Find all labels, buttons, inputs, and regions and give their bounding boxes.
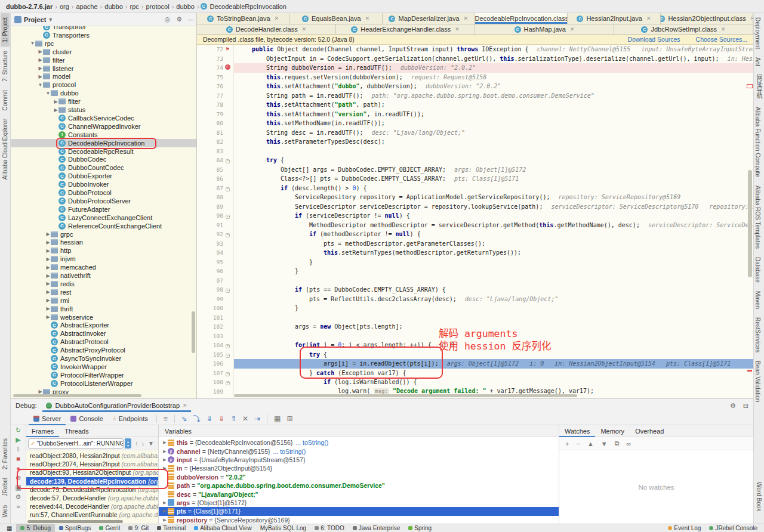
stack-frame[interactable]: readObject:2080, Hessian2Input(com.aliba…: [26, 451, 158, 460]
tree-item-decodeablerpcinvocation[interactable]: CDecodeableRpcInvocation: [11, 139, 196, 147]
editor-vscrollbar[interactable]: [748, 170, 752, 277]
line-number[interactable]: 85: [217, 165, 223, 175]
debug-tab-console[interactable]: Console: [66, 412, 107, 425]
tree-item-abstractproxyprotocol[interactable]: CAbstractProxyProtocol: [11, 346, 196, 354]
frame-up-icon[interactable]: ↑: [135, 440, 138, 447]
variable-row-path[interactable]: path="org.apache.dubbo.spring.boot.demo.…: [159, 481, 559, 490]
tree-item-protocolfilterwrapper[interactable]: CProtocolFilterWrapper: [11, 371, 196, 379]
chevron-collapsed-icon[interactable]: ▶: [53, 99, 58, 104]
tree-item-nativethrift[interactable]: ▶nativethrift: [11, 271, 196, 280]
step-into-icon[interactable]: ⇓: [207, 415, 212, 423]
tree-item-callbackservicecodec[interactable]: CCallbackServiceCodec: [11, 114, 196, 122]
line-number[interactable]: 94: [217, 248, 223, 258]
layout-icon[interactable]: ≡: [164, 415, 168, 423]
editor-tab-tostringbean-java[interactable]: CToStringBean.java✕: [197, 13, 289, 24]
expand-arrow-icon[interactable]: ▶: [162, 518, 167, 522]
editor-tab-hessian2objectinput-class[interactable]: CHessian2ObjectInput.class✕: [661, 13, 753, 24]
tool-window-button-1-project[interactable]: 1: Project: [1, 13, 10, 47]
copy-icon[interactable]: ⧉: [615, 440, 620, 447]
close-icon[interactable]: ✕: [455, 26, 460, 32]
download-sources-link[interactable]: Download Sources: [627, 36, 680, 43]
stack-frame[interactable]: decode:57, DecodeHandler(org.apache.dubb…: [26, 494, 158, 502]
frames-tab-frames[interactable]: Frames: [26, 425, 59, 437]
tree-item-filter[interactable]: ▶filter: [11, 56, 196, 64]
breadcrumb-item[interactable]: apache: [76, 3, 98, 10]
close-icon[interactable]: ✕: [570, 26, 575, 32]
chevron-collapsed-icon[interactable]: ▶: [38, 57, 43, 63]
line-number[interactable]: 96: [217, 267, 223, 276]
close-icon[interactable]: ✕: [275, 16, 279, 21]
editor-tab-hessian2input-java[interactable]: CHessian2Input.java✕: [568, 13, 660, 24]
tool-window-button-database[interactable]: Database: [753, 253, 762, 287]
fold-icon[interactable]: −: [224, 341, 231, 350]
chevron-collapsed-icon[interactable]: ▶: [45, 314, 51, 320]
line-number[interactable]: 98: [217, 285, 223, 295]
variable-row-in[interactable]: ▶in={Hessian2ObjectInput@5154}: [159, 464, 559, 472]
breadcrumb-item[interactable]: DecodeableRpcInvocation: [210, 3, 286, 10]
tool-window-button-bean-validation[interactable]: Bean Validation: [753, 357, 762, 406]
expand-arrow-icon[interactable]: ▶: [162, 466, 167, 471]
stack-frame[interactable]: run:57, ChannelEventRunnable(org.apache.…: [26, 511, 158, 519]
line-number[interactable]: 87: [217, 184, 223, 193]
step-out-icon[interactable]: ⇑: [230, 415, 236, 423]
statusbar-item-spotbugs[interactable]: SpotBugs: [55, 524, 95, 532]
tree-item-dubbo[interactable]: ▼dubbo: [11, 89, 196, 97]
gear-icon[interactable]: ⚙: [176, 16, 182, 23]
variable-row-input[interactable]: ▶pinput={UnsafeByteArrayInputStream@5157…: [159, 456, 559, 464]
drop-frame-icon[interactable]: ✕: [242, 415, 248, 423]
frame-down-icon[interactable]: ↓: [141, 440, 144, 447]
statusbar-item-mybatis-sql-log[interactable]: MyBatis SQL Log: [256, 524, 310, 532]
tree-item-redis[interactable]: ▶redis: [11, 280, 196, 288]
line-number[interactable]: 78: [217, 100, 223, 110]
tree-item-futureadapter[interactable]: CFutureAdapter: [11, 205, 196, 214]
view-breakpoints-icon[interactable]: ⊞: [286, 415, 292, 423]
tree-item-invokerwrapper[interactable]: CInvokerWrapper: [11, 363, 196, 371]
line-number[interactable]: 81: [217, 128, 223, 138]
chevron-collapsed-icon[interactable]: ▶: [38, 389, 43, 394]
line-number[interactable]: 74: [217, 63, 223, 73]
tool-window-button-ant[interactable]: Ant: [753, 53, 762, 70]
tree-item-decodeablerpcresult[interactable]: CDecodeableRpcResult: [11, 147, 196, 156]
tool-window-button-2-favorites[interactable]: 2: Favorites: [1, 434, 10, 474]
tree-item-asynctosyncinvoker[interactable]: CAsyncToSyncInvoker: [11, 354, 196, 363]
tree-item-dubbocountcodec[interactable]: CDubboCountCodec: [11, 163, 196, 172]
variable-row-pts[interactable]: ▶pts={Class[1]@5171}: [159, 507, 559, 515]
tostring-link[interactable]: ... toString(): [273, 448, 306, 455]
line-number[interactable]: 79: [217, 110, 223, 119]
line-number[interactable]: 109: [213, 387, 223, 397]
step-over-icon[interactable]: ⤵: [193, 413, 201, 423]
stack-frame[interactable]: received:44, DecodeHandler(org.apache.du…: [26, 502, 158, 511]
mute-breakpoints-icon[interactable]: ⊘: [16, 474, 21, 482]
tree-item-abstractinvoker[interactable]: CAbstractInvoker: [11, 329, 196, 338]
error-stripe-mark[interactable]: [747, 370, 752, 372]
tree-item-dubboprotocolserver[interactable]: CDubboProtocolServer: [11, 197, 196, 205]
chevron-collapsed-icon[interactable]: ▶: [45, 231, 51, 237]
close-icon[interactable]: ✕: [646, 16, 651, 21]
tree-item-channelwrappedinvoker[interactable]: CChannelWrappedInvoker: [11, 122, 196, 131]
tree-item-abstractexporter[interactable]: CAbstractExporter: [11, 321, 196, 329]
project-vscrollbar[interactable]: [192, 311, 195, 353]
tree-item-listener[interactable]: ▶listener: [11, 64, 196, 73]
chevron-expanded-icon[interactable]: ▼: [30, 41, 35, 46]
frames-tab-threads[interactable]: Threads: [59, 425, 94, 437]
tostring-link[interactable]: ... toString(): [295, 439, 328, 446]
tool-window-button--[interactable]: 网址导航: [753, 70, 764, 103]
view-breakpoints-icon[interactable]: ●: [16, 465, 20, 472]
line-number[interactable]: 97: [217, 276, 223, 286]
thread-stepper[interactable]: ▲▼: [125, 438, 131, 449]
filter-frames-icon[interactable]: ▼: [148, 440, 154, 447]
line-number[interactable]: 101: [213, 313, 223, 323]
rerun-icon[interactable]: ↻: [16, 426, 21, 434]
editor-hscrollbar[interactable]: [234, 394, 577, 397]
stack-frame[interactable]: readObject:2074, Hessian2Input(com.aliba…: [26, 460, 158, 468]
statusbar-item-jrebel-console[interactable]: JRebel Console: [705, 524, 762, 532]
statusbar-item-gerrit[interactable]: Gerrit: [95, 524, 124, 532]
line-number[interactable]: 75: [217, 73, 223, 82]
chevron-expanded-icon[interactable]: ▼: [38, 82, 43, 88]
close-icon[interactable]: ✕: [750, 16, 753, 21]
editor-tab-mapdeserializer-java[interactable]: CMapDeserializer.java✕: [383, 13, 475, 24]
chevron-collapsed-icon[interactable]: ▶: [38, 66, 43, 71]
expand-arrow-icon[interactable]: ▶: [162, 457, 167, 462]
pause-icon[interactable]: ‖: [17, 446, 20, 453]
line-number[interactable]: 80: [217, 119, 223, 128]
